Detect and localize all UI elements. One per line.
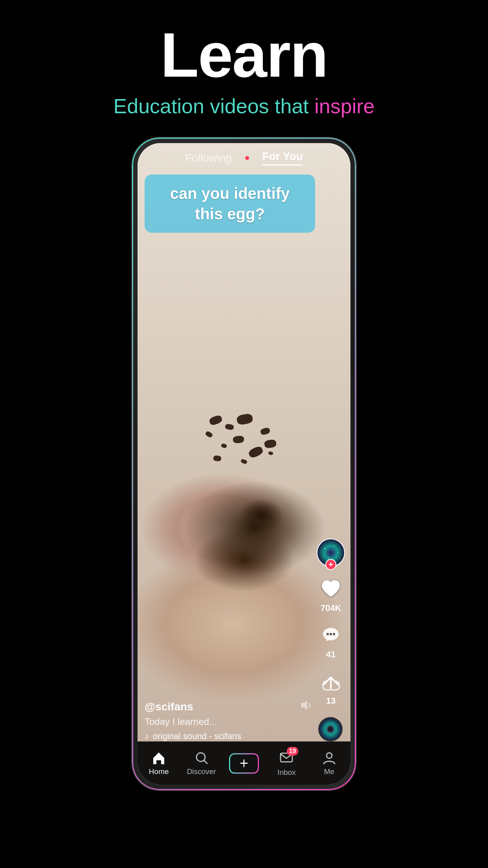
disc-visual bbox=[318, 717, 343, 741]
like-button[interactable]: 704K bbox=[319, 576, 343, 613]
creator-avatar-container[interactable]: + bbox=[317, 539, 345, 567]
home-label: Home bbox=[149, 767, 169, 776]
plus-icon: + bbox=[230, 754, 258, 772]
promo-header: Learn Education videos that inspire bbox=[0, 0, 488, 138]
svg-point-17 bbox=[327, 753, 332, 758]
nav-dot bbox=[245, 156, 249, 160]
music-note-icon: ♪ bbox=[145, 731, 149, 741]
svg-point-8 bbox=[327, 633, 329, 635]
egg-visual bbox=[202, 412, 280, 475]
music-disc[interactable] bbox=[318, 717, 343, 741]
video-info: @scifans Today I learned... ♪ original s… bbox=[145, 701, 315, 741]
bottom-nav: Home Discover + bbox=[138, 741, 350, 785]
phone-mockup: Following For You can you identify this … bbox=[132, 138, 356, 790]
subtitle: Education videos that inspire bbox=[0, 94, 488, 118]
share-button[interactable]: 13 bbox=[319, 669, 343, 706]
me-label: Me bbox=[324, 767, 334, 776]
svg-line-15 bbox=[204, 760, 207, 764]
subtitle-plain: Education videos that bbox=[114, 95, 315, 118]
heart-icon bbox=[319, 576, 343, 601]
phone-screen: Following For You can you identify this … bbox=[138, 143, 350, 785]
video-nav-bar: Following For You bbox=[138, 143, 350, 166]
comment-icon bbox=[319, 623, 343, 647]
music-title: original sound - scifans bbox=[153, 731, 241, 741]
svg-point-13 bbox=[327, 726, 334, 732]
creator-username[interactable]: @scifans bbox=[145, 701, 315, 713]
like-count: 704K bbox=[321, 603, 341, 613]
svg-point-14 bbox=[196, 753, 205, 761]
svg-point-9 bbox=[330, 633, 332, 635]
share-icon bbox=[319, 669, 343, 693]
svg-point-3 bbox=[338, 552, 338, 553]
video-area[interactable]: Following For You can you identify this … bbox=[138, 143, 350, 785]
learn-title: Learn bbox=[0, 24, 488, 86]
subtitle-highlight: inspire bbox=[314, 95, 374, 118]
discover-label: Discover bbox=[187, 767, 216, 776]
nav-discover[interactable]: Discover bbox=[186, 751, 217, 776]
svg-point-10 bbox=[333, 633, 335, 635]
video-description: Today I learned... bbox=[145, 716, 315, 727]
caption-text: can you identify this egg? bbox=[156, 183, 304, 224]
svg-point-5 bbox=[339, 557, 340, 558]
inbox-badge-count: 19 bbox=[287, 747, 299, 756]
nav-inbox[interactable]: 19 Inbox bbox=[271, 750, 302, 777]
share-count: 13 bbox=[326, 696, 336, 706]
caption-bubble: can you identify this egg? bbox=[145, 175, 315, 233]
create-button[interactable]: + bbox=[229, 753, 259, 774]
inbox-label: Inbox bbox=[277, 768, 295, 777]
svg-point-4 bbox=[328, 557, 329, 559]
for-you-tab[interactable]: For You bbox=[262, 150, 303, 166]
nav-me[interactable]: Me bbox=[314, 751, 345, 776]
nav-create[interactable]: + bbox=[228, 753, 260, 774]
svg-point-6 bbox=[323, 556, 323, 557]
follow-plus-button[interactable]: + bbox=[325, 559, 336, 570]
music-row[interactable]: ♪ original sound - scifans bbox=[145, 731, 315, 741]
nav-home[interactable]: Home bbox=[143, 751, 174, 776]
svg-point-1 bbox=[324, 548, 326, 550]
svg-point-2 bbox=[334, 546, 335, 547]
following-tab[interactable]: Following bbox=[185, 152, 231, 164]
comment-count: 41 bbox=[326, 649, 336, 660]
right-actions: + 704K bbox=[317, 539, 345, 706]
inbox-badge-container: 19 bbox=[279, 750, 294, 766]
comment-button[interactable]: 41 bbox=[319, 623, 343, 660]
